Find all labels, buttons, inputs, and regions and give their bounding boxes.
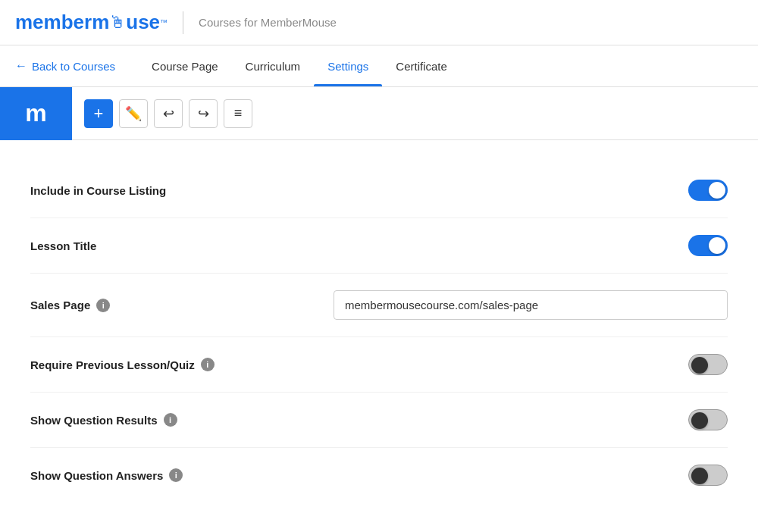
logo-tm: ™ (160, 18, 168, 27)
show-question-results-toggle[interactable] (688, 409, 728, 430)
show-question-answers-toggle[interactable] (688, 465, 728, 486)
setting-row-sales-page: Sales Page i (30, 274, 728, 337)
tab-course-page[interactable]: Course Page (138, 45, 232, 86)
pencil-icon: ✏️ (125, 105, 142, 122)
toolbar-logo-m: m (25, 99, 46, 127)
setting-row-show-question-answers: Show Question Answers i (30, 448, 728, 502)
toggle-slider-3 (688, 354, 728, 375)
toolbar: m + ✏️ ↩ ↪ ≡ (0, 87, 758, 140)
show-question-results-info-icon[interactable]: i (164, 413, 177, 427)
menu-button[interactable]: ≡ (224, 99, 252, 128)
tabs-container: Course Page Curriculum Settings Certific… (138, 45, 461, 86)
sales-page-label: Sales Page i (30, 299, 110, 312)
undo-icon: ↩ (163, 105, 174, 122)
require-previous-info-icon[interactable]: i (201, 358, 215, 371)
logo-text: member (15, 11, 92, 34)
require-previous-toggle[interactable] (688, 354, 728, 375)
logo: member m 🖱 use ™ (15, 11, 168, 34)
include-course-listing-toggle[interactable] (688, 180, 728, 201)
add-button[interactable]: + (84, 99, 113, 128)
toggle-slider-5 (688, 465, 728, 486)
back-arrow-icon: ← (15, 59, 27, 73)
menu-icon: ≡ (234, 105, 243, 121)
header-divider (183, 11, 183, 34)
show-question-answers-info-icon[interactable]: i (169, 468, 183, 482)
setting-row-require-previous: Require Previous Lesson/Quiz i (30, 337, 728, 393)
nav-bar: ← Back to Courses Course Page Curriculum… (0, 45, 758, 87)
show-question-results-label: Show Question Results i (30, 413, 177, 427)
setting-row-lesson-title: Lesson Title (30, 218, 728, 274)
tab-certificate[interactable]: Certificate (382, 45, 461, 86)
toggle-slider (688, 180, 728, 201)
sales-page-input[interactable] (334, 290, 728, 320)
undo-button[interactable]: ↩ (154, 99, 183, 128)
setting-row-show-question-results: Show Question Results i (30, 393, 728, 448)
back-to-courses-link[interactable]: ← Back to Courses (15, 59, 115, 73)
toolbar-actions: + ✏️ ↩ ↪ ≡ (72, 99, 252, 128)
include-course-listing-label: Include in Course Listing (30, 184, 166, 197)
lesson-title-toggle[interactable] (688, 235, 728, 256)
redo-icon: ↪ (198, 105, 209, 122)
logo-text2: use (126, 11, 160, 34)
setting-row-include-course-listing: Include in Course Listing (30, 163, 728, 218)
redo-button[interactable]: ↪ (189, 99, 218, 128)
tab-curriculum[interactable]: Curriculum (232, 45, 315, 86)
back-to-courses-label: Back to Courses (32, 60, 115, 73)
edit-button[interactable]: ✏️ (119, 99, 148, 128)
show-question-answers-label: Show Question Answers i (30, 468, 183, 482)
toggle-slider-4 (688, 409, 728, 430)
lesson-title-label: Lesson Title (30, 239, 96, 252)
header: member m 🖱 use ™ Courses for MemberMouse (0, 0, 758, 45)
sales-page-info-icon[interactable]: i (96, 299, 110, 312)
settings-content: Include in Course Listing Lesson Title S… (0, 140, 758, 525)
toggle-slider-2 (688, 235, 728, 256)
tab-settings[interactable]: Settings (314, 45, 382, 86)
toolbar-logo-block: m (0, 87, 72, 140)
require-previous-label: Require Previous Lesson/Quiz i (30, 358, 215, 371)
header-subtitle: Courses for MemberMouse (199, 16, 337, 29)
